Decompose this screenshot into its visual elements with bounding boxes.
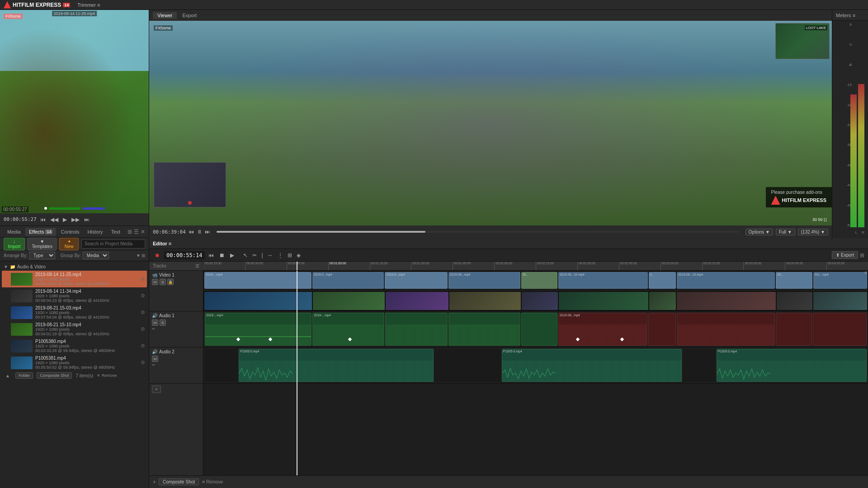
media-item-3[interactable]: 2019-08-21 15-10.mp4 868 × 488 pixels … — [2, 321, 147, 338]
video-thumb-7[interactable] — [677, 292, 775, 310]
editor-record-button[interactable]: ⏺ — [153, 251, 162, 259]
audio2-clip-0[interactable]: P1005-0.mp4 — [239, 349, 434, 382]
media-gear-0[interactable]: ⚙ — [141, 276, 145, 282]
editor-tool-5[interactable]: ⋮ — [276, 251, 285, 259]
panel-list-view-button[interactable]: ☰ — [134, 229, 139, 235]
video-thumb-9[interactable] — [813, 292, 867, 310]
viewer-next-button[interactable]: ⏭ — [205, 229, 210, 235]
panel-grid-view-button[interactable]: ⊞ — [127, 229, 132, 235]
timeline-ruler[interactable]: 00:00:15:00 00:00:30:00 00:00:45:00 00:0… — [203, 262, 868, 271]
templates-button[interactable]: ▼ Templates — [28, 238, 57, 250]
filter-button[interactable]: ⊞ — [142, 253, 145, 258]
audio-clip-3[interactable] — [448, 313, 520, 346]
video-thumb-8[interactable] — [777, 292, 812, 310]
video-clip-4[interactable]: 20... — [521, 272, 557, 289]
view-toggle-button[interactable]: ▼ — [136, 253, 141, 258]
audio-clip-5[interactable]: 2019-08...mp4 — [558, 313, 647, 346]
media-item-1[interactable]: 2019-08-14 11-34.mp4 868 × 488 pixels … — [2, 287, 147, 304]
video-thumb-6[interactable] — [649, 292, 676, 310]
tab-effects[interactable]: Effects 14 — [25, 228, 56, 236]
audio-clip-7[interactable] — [677, 313, 775, 346]
editor-stop-button[interactable]: ⏹ — [217, 251, 226, 259]
video-clip-5[interactable]: 2019-08...10.mp4 — [558, 272, 648, 289]
video-clip-9[interactable]: 201...mp4 — [813, 272, 867, 289]
viewer-tab-viewer[interactable]: Viewer — [153, 12, 177, 19]
panel-close-button[interactable]: ✕ — [141, 229, 145, 235]
media-gear-3[interactable]: ⚙ — [141, 326, 145, 332]
remove-button[interactable]: ✕ Remove — [97, 373, 117, 378]
media-item-0[interactable]: 2019-08-14 11-25.mp4 868 × 488 pixels … — [2, 271, 147, 287]
viewer-zoom-button[interactable]: (132.4%) ▼ — [798, 229, 828, 235]
export-button[interactable]: ⬆ Export — [832, 251, 858, 259]
tab-text[interactable]: Text — [108, 228, 124, 236]
import-button[interactable]: ↓ Import — [4, 238, 25, 250]
media-gear-5[interactable]: ⚙ — [141, 360, 145, 366]
video-clip-8[interactable]: 20... — [776, 272, 812, 289]
composite-shot-btn[interactable]: Composite Shot — [159, 479, 199, 485]
composite-shot-button[interactable]: Composite Shot — [37, 372, 72, 379]
video1-mute-button[interactable]: M — [152, 279, 158, 285]
audio-clip-9[interactable] — [813, 313, 867, 346]
bottom-remove-button[interactable]: ✕ Remove — [202, 479, 223, 484]
audio1-solo-button[interactable]: S — [160, 319, 166, 326]
viewer-play-pause-button[interactable]: ⏸ — [197, 229, 202, 235]
media-search-input[interactable] — [81, 239, 145, 249]
audio-clip-6[interactable] — [648, 313, 676, 346]
media-gear-4[interactable]: ⚙ — [141, 343, 145, 349]
viewer-scrubbar[interactable] — [217, 231, 739, 233]
trimmer-label[interactable]: Trimmer ≡ — [77, 2, 100, 8]
left-prev-button[interactable]: ⏮ — [39, 216, 47, 224]
editor-play-button[interactable]: ▶ — [228, 251, 236, 259]
left-next-button[interactable]: ⏭ — [83, 216, 90, 224]
tab-history[interactable]: History — [84, 228, 106, 236]
viewer-tab-export[interactable]: Export — [178, 12, 201, 19]
left-forward-button[interactable]: ▶▶ — [71, 216, 80, 224]
left-rewind-button[interactable]: ◀◀ — [49, 216, 59, 224]
video-clip-3[interactable]: 2019-08...mp4 — [448, 272, 520, 289]
video-thumb-5[interactable] — [559, 292, 648, 310]
audio2-clip-2[interactable]: P1005-0.mp4 — [717, 349, 867, 382]
media-item-2[interactable]: 2019-08-21 15-03.mp4 868 × 488 pixels … — [2, 304, 147, 321]
editor-tool-trim[interactable]: ✂ — [250, 251, 259, 259]
media-item-5[interactable]: P1005381.mp4 868 × 488 pixels 00:05:50… — [2, 354, 147, 371]
viewer-full-button[interactable]: Full ▼ — [776, 229, 795, 235]
arrange-by-select[interactable]: Type Name — [29, 252, 55, 259]
audio-clip-2[interactable] — [385, 313, 448, 346]
audio-clip-4[interactable] — [521, 313, 557, 346]
add-track-button[interactable]: + — [152, 385, 161, 393]
group-by-select[interactable]: Media Type — [83, 252, 109, 259]
media-gear-2[interactable]: ⚙ — [141, 310, 145, 315]
editor-tool-select[interactable]: ↖ — [241, 251, 250, 259]
left-play-button[interactable]: ▶ — [62, 216, 68, 224]
editor-tool-6[interactable]: ⊞ — [286, 251, 294, 259]
media-item-4[interactable]: P1005380.mp4 868 × 488 pixels 00:03:33… — [2, 338, 147, 354]
viewer-options-button[interactable]: Options ▼ — [745, 229, 773, 235]
video-thumb-4[interactable] — [522, 292, 557, 310]
video-clip-6[interactable]: 2... — [649, 272, 676, 289]
editor-prev-button[interactable]: ⏮ — [207, 251, 216, 259]
folder-button[interactable]: Folder — [15, 372, 33, 379]
audio-clip-1[interactable]: 2019-...mp4 — [312, 313, 384, 346]
editor-tool-move[interactable]: ↔ — [266, 251, 275, 259]
media-group-header[interactable]: ▼ 📁 Audio & Video — [2, 263, 147, 271]
tab-media[interactable]: Media — [4, 228, 24, 236]
audio1-mute-button[interactable]: M — [152, 319, 158, 326]
video-thumb-2[interactable] — [386, 292, 448, 310]
audio-clip-0[interactable]: 2019-...mp4 — [205, 313, 311, 346]
tab-controls[interactable]: Controls — [57, 228, 83, 236]
media-gear-1[interactable]: ⚙ — [141, 293, 145, 299]
tracks-menu-icon[interactable]: ☰ — [195, 263, 199, 268]
audio-clip-8[interactable] — [776, 313, 812, 346]
video-clip-1[interactable]: 2019-0...mp4 — [312, 272, 384, 289]
video-clip-0[interactable]: 2019-...mp4 ⚙ — [204, 272, 311, 289]
audio2-mute-button[interactable]: M — [152, 356, 158, 362]
viewer-prev-button[interactable]: ⏮ — [189, 229, 194, 235]
new-button[interactable]: ✦ New — [59, 238, 79, 250]
video1-lock-button[interactable]: 🔒 — [167, 279, 174, 285]
video-thumb-0[interactable] — [204, 292, 312, 310]
audio2-clip-1[interactable]: P1005-0.mp4 — [502, 349, 682, 382]
editor-expand-button[interactable]: ⊞ — [860, 252, 864, 258]
video-clip-7[interactable]: 2019-08...10.mp4 — [677, 272, 775, 289]
add-media-button[interactable]: + — [153, 479, 156, 485]
video-thumb-1[interactable] — [313, 292, 385, 310]
